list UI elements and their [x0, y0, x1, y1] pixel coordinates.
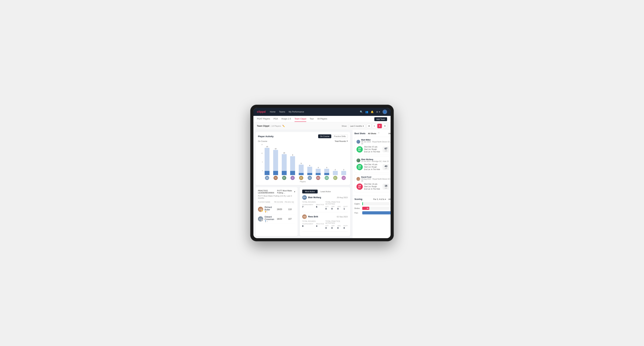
- bar-item-8: 3: [323, 167, 331, 175]
- sub-nav-all-players[interactable]: All Players: [317, 118, 327, 122]
- chart-filter-dropdown[interactable]: Total Rounds ▾: [334, 140, 348, 142]
- heart-view-button[interactable]: ♥: [377, 124, 382, 128]
- y-10: 10: [258, 152, 263, 154]
- col-player-name: PLAYER NAME: [258, 201, 274, 203]
- table-header: PLAYER NAME PB SCORE PB AVG SQ: [258, 200, 295, 204]
- putt-val-2: 0: [344, 227, 348, 229]
- pars-bar: 499: [362, 211, 390, 214]
- pb-avg-1: 110: [285, 208, 295, 211]
- chart-subtitle: On Course: [258, 140, 267, 142]
- bell-icon[interactable]: 🔔: [371, 110, 374, 113]
- scoring-filter2-dropdown[interactable]: All Players ▾: [388, 198, 390, 200]
- sub-nav-hcaps[interactable]: Hcaps 1-5: [282, 118, 291, 122]
- player-name-1: Richard Butler: [264, 206, 274, 211]
- least-active-tab[interactable]: Least Active: [318, 190, 334, 193]
- sub-nav-pgat[interactable]: PGAT Players: [257, 118, 270, 122]
- circle-plus-icon[interactable]: ⊕ ▾: [376, 110, 380, 113]
- time-filter-dropdown[interactable]: Last 3 months ▾: [348, 124, 366, 128]
- gtt-val-1: 0: [326, 207, 329, 210]
- bar-item-2: 12: [272, 148, 280, 175]
- app-label-2: APP: [332, 225, 334, 227]
- shot-player-name-3: David Ford: [361, 176, 390, 178]
- sub-nav-team-clippd[interactable]: Team Clippd: [294, 118, 306, 122]
- col-pb-avg: PB AVG SQ: [285, 201, 295, 203]
- avatar-3: DF: [282, 176, 286, 180]
- shot-badge-1: 200SG: [356, 146, 363, 153]
- search-icon[interactable]: 🔍: [360, 110, 363, 113]
- table-row: EC 2 Edward Crossman 🥈 2 18/20 10: [258, 214, 295, 224]
- bar-chart: 15 10 5 0 13: [258, 144, 348, 175]
- y-0: 0: [258, 170, 263, 172]
- shot-card-2[interactable]: Blair McHarg 23 Jul 2023 · Ashridge GC, …: [354, 156, 390, 173]
- shot-badge-3: 198SG: [356, 183, 363, 190]
- scoring-filter1-dropdown[interactable]: Par 3, 4 & 5s ▾: [373, 198, 386, 200]
- practice-val-2: 4: [316, 225, 324, 227]
- y-axis: 15 10 5 0: [258, 144, 263, 175]
- bars-group: 13 12: [263, 146, 348, 175]
- player-avatar-1: RB 1: [258, 207, 263, 212]
- avatar-10: LR: [342, 176, 346, 180]
- active-player-card-1: BM Blair McHarg 26 Aug 2023 Total Rounds: [302, 195, 348, 212]
- on-course-toggle[interactable]: On Course: [318, 134, 331, 138]
- chevron-down-icon: ▾: [294, 191, 295, 193]
- scoring-row-birdies: Birdies 96: [354, 207, 390, 210]
- bar-item-10: 2: [340, 169, 348, 175]
- edit-icon[interactable]: ✏️: [282, 125, 285, 127]
- leaderboard-filter-dropdown[interactable]: PUTT Must Make Putting ... ▾: [277, 190, 295, 194]
- scoring-bars: Eagles 3 Birdies: [354, 202, 390, 214]
- practice-drills-toggle[interactable]: Practice Drills: [332, 134, 348, 138]
- player-name-2: Edward Crossman: [264, 216, 274, 220]
- sub-nav-tour[interactable]: Tour: [310, 118, 314, 122]
- all-players-dropdown[interactable]: All Players ▾: [388, 133, 390, 135]
- practice-leaderboards-card: Practice Leaderboards PUTT Must Make Put…: [256, 187, 298, 236]
- chart-x-label: Players: [258, 181, 348, 183]
- player-activity-header: Player Activity On Course Practice Drill…: [258, 134, 348, 138]
- nav-my-performance[interactable]: My Performance: [288, 111, 304, 113]
- most-active-card: Most Active Least Active BM Blair: [300, 187, 350, 236]
- player-info-1: RB 1 Richard Butler 🏆 1: [258, 206, 274, 213]
- most-active-tab[interactable]: Most Active: [302, 190, 318, 193]
- bar-item-4: 9: [289, 154, 296, 175]
- active-player-header-2: RB Rees Britt 02 Sep 2023: [302, 214, 348, 219]
- all-shots-tab[interactable]: All Shots: [366, 132, 378, 135]
- total-rounds-label-2: Total Rounds: [302, 220, 324, 222]
- shot-detail-2: 23 Jul 2023 · Ashridge GC, Hole 15: [362, 161, 389, 162]
- chevron-down-icon: ▾: [363, 125, 364, 127]
- pb-avg-2: 107: [285, 218, 295, 220]
- col-pb-score: PB SCORE: [274, 201, 285, 203]
- settings-view-button[interactable]: ⚙: [382, 124, 387, 128]
- show-filter: Show: Last 3 months ▾ ⊞ ≡ ♥ ⚙: [342, 124, 387, 128]
- shot-card-3[interactable]: David Ford 24 Aug 2023 · Royal North Dev…: [354, 174, 390, 192]
- practice-act-label-1: Total Practice Activities: [326, 201, 348, 205]
- arg-label: ARG: [338, 206, 341, 207]
- shots-tabs: All Shots ▾: [366, 132, 379, 135]
- add-team-button[interactable]: Add Team: [374, 117, 387, 121]
- nav-teams[interactable]: Teams: [279, 111, 285, 113]
- nav-home[interactable]: Home: [270, 111, 276, 113]
- scoring-row-pars: Pars 499: [354, 211, 390, 214]
- bar-item-5: 5: [297, 163, 305, 175]
- chevron-icon: ▾: [378, 132, 379, 135]
- shot-dist-box-1: 67 yds: [382, 147, 390, 152]
- shot-metrics-2: 200SG Shot Dist: 43 yds Start Lie: Rough…: [356, 163, 390, 171]
- sub-nav-pga[interactable]: PGA: [274, 118, 278, 122]
- avatar-6: GB: [308, 176, 312, 180]
- bar-item-9: 2: [331, 169, 339, 175]
- shot-player-info-3: David Ford 24 Aug 2023 · Royal North Dev…: [356, 176, 390, 182]
- team-count: | 14 Players: [271, 125, 281, 127]
- grid-view-button[interactable]: ⊞: [367, 124, 371, 128]
- rank-badge-2: 2: [261, 219, 263, 222]
- pars-bar-wrap: 499: [362, 211, 390, 214]
- chart-subheader: On Course Total Rounds ▾: [258, 140, 348, 142]
- rank-badge-1: 1: [261, 210, 263, 212]
- shot-avatar-2: [356, 159, 360, 162]
- shot-card-1[interactable]: Matt Miller 09 Jun 2023 · Royal North De…: [354, 137, 390, 155]
- avatar[interactable]: 👤: [382, 110, 387, 114]
- list-view-button[interactable]: ≡: [372, 124, 376, 128]
- users-icon[interactable]: 👥: [365, 110, 368, 113]
- shot-text-3: Shot Dist: 16 yds Start Lie: Rough End L…: [364, 183, 381, 190]
- tournament-val-1: 7: [302, 205, 313, 208]
- gtt-val-2: 0: [326, 227, 329, 229]
- shot-player-row-1: Matt Miller 09 Jun 2023 · Royal North De…: [356, 139, 390, 145]
- team-name: Team Clippd: [257, 125, 269, 127]
